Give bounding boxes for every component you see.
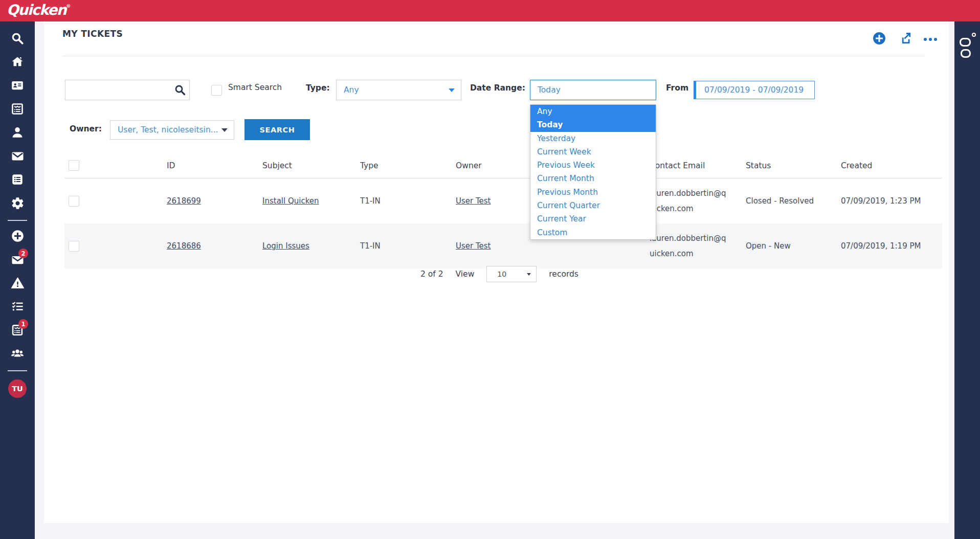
type-label: Type: bbox=[306, 83, 330, 93]
records-label: records bbox=[549, 270, 578, 279]
dropdown-option-custom[interactable]: Custom bbox=[530, 226, 656, 239]
sidebar-item-search[interactable] bbox=[0, 28, 35, 51]
column-header-contact-email[interactable]: Contact Email bbox=[650, 161, 746, 170]
column-header-subject[interactable]: Subject bbox=[262, 161, 360, 170]
gear-icon bbox=[11, 196, 25, 212]
person-icon bbox=[11, 126, 24, 141]
go-vertical-logo[interactable] bbox=[960, 33, 975, 61]
smart-search-checkbox[interactable] bbox=[211, 85, 222, 96]
ticket-subject-link[interactable]: Login Issues bbox=[262, 241, 309, 251]
ticket-created: 07/09/2019, 1:23 PM bbox=[841, 196, 942, 206]
table-header-row: ID Subject Type Owner Contact Email Stat… bbox=[64, 153, 942, 178]
sidebar-item-contacts[interactable] bbox=[0, 75, 35, 98]
page-size-select[interactable]: 10 bbox=[486, 266, 537, 282]
sidebar-item-profile[interactable] bbox=[0, 122, 35, 145]
dropdown-option-current-month[interactable]: Current Month bbox=[530, 172, 656, 185]
user-avatar[interactable]: TU bbox=[8, 379, 27, 398]
ticket-type: T1-IN bbox=[360, 196, 456, 206]
column-header-created[interactable]: Created bbox=[841, 161, 942, 170]
notes-count-badge: 1 bbox=[18, 319, 28, 329]
contact-email: lauren.dobbertin@quicken.com bbox=[650, 231, 727, 261]
go-logo-shape bbox=[960, 38, 971, 47]
add-ticket-button[interactable] bbox=[873, 33, 886, 46]
ticket-id-link[interactable]: 2618699 bbox=[167, 196, 201, 206]
ticket-search-input[interactable] bbox=[65, 80, 174, 100]
ticket-created: 07/09/2019, 1:19 PM bbox=[841, 241, 942, 251]
warning-triangle-icon bbox=[11, 276, 25, 292]
main-content-card: MY TICKETS Smart Search Type: Any Date R… bbox=[44, 21, 949, 523]
sidebar-item-mail[interactable] bbox=[0, 145, 35, 169]
header-actions bbox=[873, 33, 937, 46]
memo-icon bbox=[11, 102, 24, 118]
sidebar-item-add-new[interactable] bbox=[0, 225, 35, 249]
dropdown-option-any[interactable]: Any bbox=[530, 105, 656, 118]
date-range-select[interactable]: Today bbox=[530, 80, 656, 100]
dropdown-option-current-year[interactable]: Current Year bbox=[530, 212, 656, 226]
search-button[interactable]: SEARCH bbox=[244, 119, 310, 140]
dropdown-option-yesterday[interactable]: Yesterday bbox=[530, 132, 656, 145]
search-icon bbox=[11, 32, 24, 47]
export-button[interactable] bbox=[898, 33, 911, 46]
sidebar-item-alerts[interactable] bbox=[0, 272, 35, 296]
sidebar-item-tickets[interactable] bbox=[0, 98, 35, 122]
select-all-checkbox[interactable] bbox=[69, 160, 79, 171]
record-range-text: 2 of 2 bbox=[420, 270, 443, 279]
chevron-down-icon bbox=[221, 128, 228, 132]
dropdown-option-current-week[interactable]: Current Week bbox=[530, 145, 656, 159]
contact-card-icon bbox=[11, 79, 24, 94]
plus-circle-icon bbox=[11, 229, 25, 245]
ticket-subject-link[interactable]: Install Quicken bbox=[262, 196, 319, 206]
smart-search-label: Smart Search bbox=[228, 83, 282, 92]
sidebar-item-notes[interactable]: 1 bbox=[0, 319, 35, 343]
owner-label: Owner: bbox=[70, 124, 102, 133]
go-logo-shape bbox=[961, 49, 971, 58]
sidebar-item-list[interactable] bbox=[0, 169, 35, 192]
search-icon[interactable] bbox=[174, 84, 186, 96]
page-title: MY TICKETS bbox=[62, 29, 123, 39]
sidebar-item-tasks[interactable] bbox=[0, 296, 35, 319]
right-side-strip bbox=[954, 21, 980, 539]
ticket-search-box bbox=[65, 80, 190, 100]
type-select[interactable]: Any bbox=[336, 80, 461, 100]
table-row: 2618699 Install Quicken T1-IN User Test … bbox=[64, 178, 942, 223]
more-options-button[interactable] bbox=[924, 33, 937, 46]
sidebar-item-settings[interactable] bbox=[0, 192, 35, 216]
envelope-icon bbox=[11, 149, 25, 165]
row-checkbox[interactable] bbox=[69, 241, 79, 252]
ticket-id-link[interactable]: 2618686 bbox=[167, 241, 201, 251]
dropdown-option-current-quarter[interactable]: Current Quarter bbox=[530, 199, 656, 212]
ticket-status: Open - New bbox=[746, 241, 841, 251]
ticket-type: T1-IN bbox=[360, 241, 456, 251]
inbox-count-badge: 2 bbox=[18, 249, 28, 258]
owner-select[interactable]: User, Test, nicoleseitsin... bbox=[110, 120, 234, 140]
pagination-bar: 2 of 2 View 10 records bbox=[420, 266, 578, 282]
sidebar-divider bbox=[8, 220, 27, 221]
top-brand-bar: Quicken® bbox=[0, 0, 980, 21]
column-header-status[interactable]: Status bbox=[746, 161, 841, 170]
date-range-dropdown-list: Any Today Yesterday Current Week Previou… bbox=[530, 104, 656, 240]
ticket-owner-link[interactable]: User Test bbox=[456, 241, 491, 251]
go-logo-dot bbox=[972, 33, 976, 37]
tickets-table: ID Subject Type Owner Contact Email Stat… bbox=[64, 153, 942, 268]
chevron-down-icon bbox=[527, 273, 531, 276]
dropdown-option-today[interactable]: Today bbox=[530, 118, 656, 131]
ellipsis-icon bbox=[924, 38, 937, 41]
from-date-range-field[interactable]: 07/09/2019 - 07/09/2019 bbox=[694, 81, 815, 99]
title-divider bbox=[62, 56, 925, 56]
sidebar-item-home[interactable] bbox=[0, 51, 35, 75]
ticket-owner-link[interactable]: User Test bbox=[456, 196, 491, 206]
view-label: View bbox=[456, 270, 475, 279]
from-label: From bbox=[666, 83, 688, 93]
chevron-down-icon bbox=[449, 88, 455, 92]
share-arrow-icon bbox=[898, 32, 911, 47]
sidebar-item-teams[interactable] bbox=[0, 343, 35, 366]
dropdown-option-previous-month[interactable]: Previous Month bbox=[530, 186, 656, 199]
quicken-logo: Quicken® bbox=[7, 2, 71, 18]
table-row: 2618686 Login Issues T1-IN User Test lau… bbox=[64, 223, 942, 268]
dropdown-option-previous-week[interactable]: Previous Week bbox=[530, 159, 656, 172]
sidebar-item-inbox[interactable]: 2 bbox=[0, 249, 35, 272]
date-range-label: Date Range: bbox=[470, 83, 525, 93]
column-header-type[interactable]: Type bbox=[360, 161, 456, 170]
row-checkbox[interactable] bbox=[69, 196, 79, 207]
column-header-id[interactable]: ID bbox=[167, 161, 262, 170]
